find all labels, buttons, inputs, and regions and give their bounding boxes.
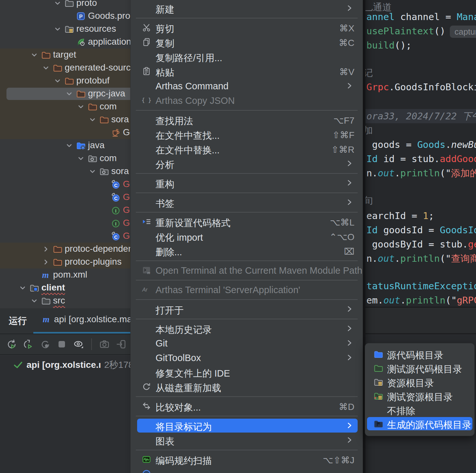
maven-icon: m xyxy=(42,314,51,324)
submenu-item-label: 源代码根目录 xyxy=(387,349,443,362)
menu-item-new[interactable]: 新建 xyxy=(131,1,363,16)
tree-label: java xyxy=(88,140,104,150)
code-line: annel channel = ManagedC xyxy=(366,10,476,24)
menu-item-arthas-terminal[interactable]: ArArthas Terminal 'ServerApplication' xyxy=(131,282,363,297)
menu-item-open-terminal-maven[interactable]: mOpen Terminal at the Current Maven Modu… xyxy=(131,263,363,278)
menu-item-label: 查找用法 xyxy=(156,115,193,128)
tree-label: src xyxy=(53,295,65,306)
chevron-down-icon[interactable] xyxy=(53,0,62,8)
menu-item-bookmarks[interactable]: 书签 xyxy=(131,195,363,210)
menu-item-label: 复制路径/引用... xyxy=(156,52,222,65)
menu-separator xyxy=(136,299,358,300)
chevron-down-icon[interactable] xyxy=(88,167,97,176)
exit-button[interactable] xyxy=(116,339,127,350)
menu-item-label: Arthas Command xyxy=(156,81,229,92)
menu-item-diagrams[interactable]: 图表 xyxy=(131,433,363,447)
menu-item-delete[interactable]: 删除...⌧ xyxy=(131,244,363,258)
chevron-down-icon[interactable] xyxy=(29,50,39,60)
folder-icon xyxy=(64,0,74,8)
svg-text:{ }: { } xyxy=(142,97,151,104)
submenu-item-unexclude[interactable]: 不排除 xyxy=(365,403,474,417)
submenu-item-test-resources-root[interactable]: 测试资源根目录 xyxy=(365,389,474,403)
folder-resources-icon xyxy=(64,24,74,34)
code-line: Id id = stub.addGoods(g xyxy=(366,152,476,166)
menu-item-open-in[interactable]: 打开于 xyxy=(131,302,363,316)
menu-item-label: Arthas Terminal 'ServerApplication' xyxy=(156,285,300,295)
menu-item-replace-in-files[interactable]: 在文件中替换...⇧⌘R xyxy=(131,142,363,156)
interface-icon: I xyxy=(111,218,121,228)
menu-item-optimize-imports[interactable]: 优化 import⌃⌥O xyxy=(131,229,363,244)
menu-item-label: 在文件中替换... xyxy=(156,144,220,157)
menu-item-refactor[interactable]: 重构 xyxy=(131,176,363,190)
menu-item-shortcut: ⇧⌘F xyxy=(332,130,354,140)
show-passed-button[interactable] xyxy=(73,339,84,350)
menu-item-code-convention-scan[interactable]: 编码规约扫描⌥⇧⌘J xyxy=(131,452,363,467)
chevron-down-icon[interactable] xyxy=(64,141,74,150)
chevron-down-icon[interactable] xyxy=(76,102,86,112)
chevron-down-icon[interactable] xyxy=(53,24,62,34)
chevron-down-icon[interactable] xyxy=(18,283,27,293)
menu-item-label: 编码规约扫描 xyxy=(156,455,212,468)
tree-label: generated-source xyxy=(65,62,135,73)
compare-icon xyxy=(142,401,151,411)
rerun-with-changes-button[interactable] xyxy=(23,339,34,350)
menu-item-reload-from-disk[interactable]: 从磁盘重新加载 xyxy=(131,380,363,394)
chevron-down-icon[interactable] xyxy=(41,63,51,73)
menu-item-analyze[interactable]: 分析 xyxy=(131,156,363,171)
chevron-down-icon[interactable] xyxy=(76,154,86,163)
menu-item-find-in-files[interactable]: 在文件中查找...⇧⌘F xyxy=(131,127,363,142)
run-result-row[interactable]: api [org.xolstice.ı 2秒178毫 xyxy=(13,359,143,371)
menu-item-gittoolbox[interactable]: GitToolBox xyxy=(131,350,363,365)
menu-item-cut[interactable]: 剪切⌘X xyxy=(131,20,363,35)
menu-separator xyxy=(136,18,358,18)
code-line: n.out.println("添加的id为 xyxy=(366,166,476,180)
run-tab[interactable]: m api [org.xolstice.ma xyxy=(42,314,132,324)
submenu-arrow-icon xyxy=(345,353,354,362)
submenu-arrow-icon xyxy=(345,421,354,430)
chevron-down-icon[interactable] xyxy=(29,296,39,306)
code-line: tatusRuntimeException e xyxy=(366,279,476,293)
svg-text:P: P xyxy=(79,14,83,19)
submenu-arrow-icon xyxy=(345,81,354,90)
menu-item-partial-bottom-item[interactable] xyxy=(131,467,363,473)
svg-text:I: I xyxy=(115,208,116,214)
toolbar-divider xyxy=(91,338,92,350)
submenu-item-test-sources-root[interactable]: 测试源代码根目录 xyxy=(365,361,474,375)
submenu-item-sources-root[interactable]: 源代码根目录 xyxy=(365,347,474,361)
chevron-down-icon[interactable] xyxy=(88,115,97,125)
arthas-icon: Ar xyxy=(142,285,151,294)
folder-blue-icon xyxy=(373,349,383,359)
code-line: em.out.println("gRPC服务 xyxy=(366,293,476,307)
chevron-right-icon[interactable] xyxy=(41,244,51,254)
menu-item-copy[interactable]: 复制⌘C xyxy=(131,35,363,50)
menu-item-arthas-command[interactable]: Arthas Command xyxy=(131,79,363,93)
submenu-item-resources-root[interactable]: 资源根目录 xyxy=(365,375,474,389)
menu-item-copy-path-reference[interactable]: 复制路径/引用... xyxy=(131,50,363,64)
menu-item-mark-directory-as[interactable]: 将目录标记为 xyxy=(131,418,363,433)
tree-label: protoc-plugins xyxy=(65,257,122,267)
tree-label: com xyxy=(100,153,117,163)
menu-item-find-usages[interactable]: 查找用法⌥F7 xyxy=(131,113,363,127)
submenu-arrow-icon xyxy=(345,198,354,207)
screenshot-button[interactable] xyxy=(99,339,110,350)
menu-item-fix-ide-on-file[interactable]: 修复文件上的 IDE xyxy=(131,365,363,380)
menu-item-shortcut: ⌃⌥O xyxy=(329,232,354,242)
scissors-icon xyxy=(142,23,151,32)
chevron-right-icon[interactable] xyxy=(41,257,51,267)
folder-test-resources-icon xyxy=(373,391,383,401)
stop-button[interactable] xyxy=(56,339,67,350)
menu-item-local-history[interactable]: 本地历史记录 xyxy=(131,321,363,336)
menu-item-compare-with[interactable]: 比较对象...⌘D xyxy=(131,399,363,413)
menu-item-reformat-code[interactable]: 重新设置代码格式⌥⌘L xyxy=(131,214,363,229)
rerun-button[interactable] xyxy=(6,339,17,350)
submenu-item-generated-sources-root[interactable]: 生成的源代码根目录 xyxy=(365,417,474,431)
menu-item-git[interactable]: Git xyxy=(131,336,363,350)
chevron-down-icon[interactable] xyxy=(64,89,74,99)
resume-button[interactable] xyxy=(39,339,50,350)
chevron-down-icon[interactable] xyxy=(53,76,62,86)
menu-separator xyxy=(136,416,358,416)
menu-item-arthas-copy-json[interactable]: { }Arthas Copy JSON xyxy=(131,93,363,108)
menu-item-label: 从磁盘重新加载 xyxy=(156,382,221,395)
menu-item-paste[interactable]: 粘贴⌘V xyxy=(131,64,363,79)
class-icon: C xyxy=(111,231,121,241)
